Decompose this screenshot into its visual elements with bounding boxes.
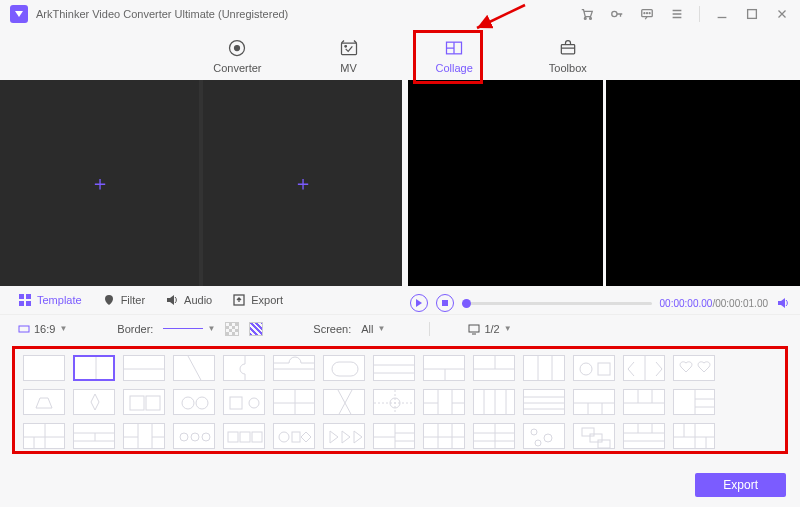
play-button[interactable] xyxy=(410,294,428,312)
template-item[interactable] xyxy=(223,389,265,415)
template-item[interactable] xyxy=(273,355,315,381)
template-item[interactable] xyxy=(323,355,365,381)
template-item[interactable] xyxy=(473,423,515,449)
template-item[interactable] xyxy=(423,389,465,415)
workarea: ＋ ＋ xyxy=(0,80,800,286)
nav-converter[interactable]: Converter xyxy=(205,34,269,78)
template-item[interactable] xyxy=(473,355,515,381)
collage-slot-1[interactable]: ＋ xyxy=(0,80,199,286)
template-item[interactable] xyxy=(273,423,315,449)
svg-point-9 xyxy=(235,46,240,51)
border-style-select[interactable]: ▼ xyxy=(163,324,215,333)
template-item[interactable] xyxy=(23,389,65,415)
template-item[interactable] xyxy=(123,423,165,449)
stop-button[interactable] xyxy=(436,294,454,312)
player-time: 00:00:00.00/00:00:01.00 xyxy=(660,298,768,309)
template-item[interactable] xyxy=(323,389,365,415)
aspect-ratio-select[interactable]: 16:9 ▼ xyxy=(18,323,67,335)
template-item[interactable] xyxy=(23,423,65,449)
template-item[interactable] xyxy=(123,389,165,415)
tab-label: Template xyxy=(37,294,82,306)
svg-rect-14 xyxy=(19,294,24,299)
template-item[interactable] xyxy=(623,389,665,415)
time-current: 00:00:00.00 xyxy=(660,298,713,309)
template-item[interactable] xyxy=(73,423,115,449)
screen-value: All xyxy=(361,323,373,335)
key-icon[interactable] xyxy=(609,6,625,22)
template-item[interactable] xyxy=(223,355,265,381)
svg-point-38 xyxy=(182,397,194,409)
separator xyxy=(699,6,700,22)
template-item[interactable] xyxy=(623,355,665,381)
tab-label: Audio xyxy=(184,294,212,306)
ratio-value: 16:9 xyxy=(34,323,55,335)
footer: Export xyxy=(695,473,786,497)
template-item[interactable] xyxy=(423,423,465,449)
template-item[interactable] xyxy=(523,355,565,381)
svg-rect-21 xyxy=(469,325,479,332)
svg-rect-95 xyxy=(598,440,610,448)
template-item[interactable] xyxy=(473,389,515,415)
template-item[interactable] xyxy=(573,423,615,449)
svg-point-92 xyxy=(535,440,541,446)
svg-rect-75 xyxy=(228,432,238,442)
template-item[interactable] xyxy=(673,389,715,415)
template-item[interactable] xyxy=(73,355,115,381)
template-item[interactable] xyxy=(373,423,415,449)
svg-rect-13 xyxy=(561,45,574,54)
template-item[interactable] xyxy=(373,389,415,415)
template-item[interactable] xyxy=(623,423,665,449)
tab-audio[interactable]: Audio xyxy=(165,293,212,307)
template-item[interactable] xyxy=(373,355,415,381)
svg-rect-16 xyxy=(19,301,24,306)
template-item[interactable] xyxy=(123,355,165,381)
main-nav: Converter MV Collage Toolbox xyxy=(0,28,800,80)
template-item[interactable] xyxy=(423,355,465,381)
svg-rect-93 xyxy=(582,428,594,436)
template-item[interactable] xyxy=(323,423,365,449)
maximize-icon[interactable] xyxy=(744,6,760,22)
svg-point-0 xyxy=(584,18,586,20)
nav-mv[interactable]: MV xyxy=(330,34,368,78)
player-bar: 00:00:00.00/00:00:01.00 xyxy=(410,292,790,314)
template-item[interactable] xyxy=(523,389,565,415)
time-total: 00:00:01.00 xyxy=(715,298,768,309)
template-item[interactable] xyxy=(73,389,115,415)
svg-rect-10 xyxy=(341,43,356,55)
svg-point-72 xyxy=(180,433,188,441)
preview-scale-select[interactable]: 1/2 ▼ xyxy=(468,323,511,335)
screen-select[interactable]: All ▼ xyxy=(361,323,385,335)
border-pattern-picker[interactable] xyxy=(249,322,263,336)
preview-right xyxy=(606,80,801,286)
template-item[interactable] xyxy=(223,423,265,449)
template-item[interactable] xyxy=(273,389,315,415)
seek-thumb[interactable] xyxy=(462,299,471,308)
template-item[interactable] xyxy=(523,423,565,449)
cart-icon[interactable] xyxy=(579,6,595,22)
menu-icon[interactable] xyxy=(669,6,685,22)
border-color-picker[interactable] xyxy=(225,322,239,336)
close-icon[interactable] xyxy=(774,6,790,22)
volume-icon[interactable] xyxy=(776,296,790,310)
template-item[interactable] xyxy=(573,355,615,381)
feedback-icon[interactable] xyxy=(639,6,655,22)
tab-filter[interactable]: Filter xyxy=(102,293,145,307)
nav-collage[interactable]: Collage xyxy=(428,34,481,78)
template-item[interactable] xyxy=(23,355,65,381)
svg-point-4 xyxy=(644,13,645,14)
template-item[interactable] xyxy=(673,423,715,449)
tab-template[interactable]: Template xyxy=(18,293,82,307)
svg-rect-7 xyxy=(748,10,757,19)
template-item[interactable] xyxy=(673,355,715,381)
tab-export[interactable]: Export xyxy=(232,293,283,307)
titlebar-actions xyxy=(579,6,790,22)
template-item[interactable] xyxy=(173,423,215,449)
minimize-icon[interactable] xyxy=(714,6,730,22)
template-item[interactable] xyxy=(573,389,615,415)
nav-toolbox[interactable]: Toolbox xyxy=(541,34,595,78)
template-item[interactable] xyxy=(173,389,215,415)
player-seekbar[interactable] xyxy=(462,302,652,305)
export-button[interactable]: Export xyxy=(695,473,786,497)
collage-slot-2[interactable]: ＋ xyxy=(203,80,402,286)
template-item[interactable] xyxy=(173,355,215,381)
